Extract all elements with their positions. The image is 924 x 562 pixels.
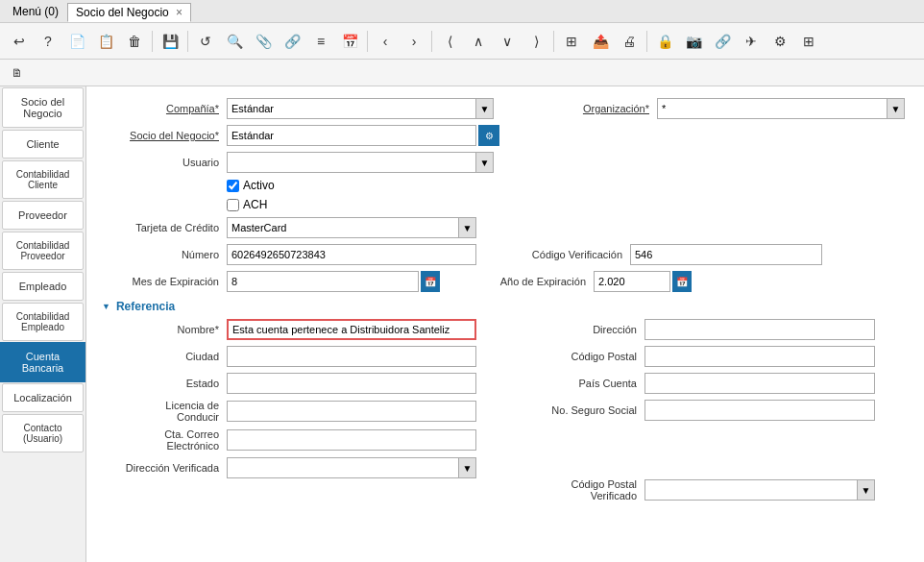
sidebar-item-localizacion[interactable]: Localización [2, 383, 84, 412]
codigo-ver-input[interactable] [630, 244, 822, 265]
socio-row: Socio del Negocio* ⚙ [102, 125, 909, 146]
numero-row: Número Código Verificación [102, 244, 909, 265]
refresh-btn[interactable]: ↺ [192, 28, 219, 55]
estado-input[interactable] [227, 373, 476, 394]
compania-input[interactable] [227, 98, 476, 119]
delete-btn[interactable]: 🗑 [121, 28, 148, 55]
attach-btn[interactable]: 📎 [250, 28, 277, 55]
first-btn[interactable]: ⟨ [436, 28, 463, 55]
report-btn[interactable]: ≡ [307, 28, 334, 55]
main-layout: Socio del Negocio Cliente Contabilidad C… [0, 86, 924, 562]
organizacion-input[interactable] [657, 98, 888, 119]
export-btn[interactable]: 📤 [587, 28, 614, 55]
prev-btn[interactable]: ‹ [372, 28, 399, 55]
share-btn[interactable]: 🔗 [709, 28, 736, 55]
socio-action-btn[interactable]: ⚙ [478, 125, 499, 146]
codigo-postal-ver-input[interactable] [644, 479, 858, 501]
ciudad-label: Ciudad [102, 351, 227, 362]
usuario-row: Usuario ▼ [102, 152, 909, 173]
direccion-input[interactable] [644, 319, 875, 340]
tarjeta-arrow[interactable]: ▼ [459, 217, 476, 238]
sidebar-item-cuenta-bancaria[interactable]: Cuenta Bancaria [0, 342, 85, 382]
lock-btn[interactable]: 🔒 [651, 28, 678, 55]
ach-checkbox[interactable] [227, 199, 239, 211]
toolbar: ↩ ? 📄 📋 🗑 💾 ↺ 🔍 📎 🔗 ≡ 📅 ‹ › ⟨ ∧ ∨ ⟩ ⊞ 📤 … [0, 23, 924, 60]
new-btn[interactable]: 📄 [63, 28, 90, 55]
licencia-row: Licencia de Conducir [102, 400, 491, 423]
direccion-label: Dirección [520, 324, 644, 335]
print-btn[interactable]: 🖨 [616, 28, 643, 55]
compania-dropdown: ▼ [227, 98, 494, 119]
cta-correo-input[interactable] [227, 429, 476, 451]
codigo-postal-ver-label: Código Postal Verificado [520, 478, 644, 501]
pais-input[interactable] [644, 373, 875, 394]
grid-btn[interactable]: ⊞ [558, 28, 585, 55]
settings-btn[interactable]: ⚙ [766, 28, 793, 55]
usuario-arrow[interactable]: ▼ [476, 152, 494, 173]
compania-label: Compañía* [102, 103, 227, 114]
dir-verificada-dropdown: ▼ [227, 457, 476, 478]
dir-verificada-input[interactable] [227, 457, 459, 478]
down-btn[interactable]: ∨ [494, 28, 521, 55]
dir-verificada-arrow[interactable]: ▼ [459, 457, 476, 478]
usuario-input[interactable] [227, 152, 476, 173]
col-right: Dirección Código Postal País Cuenta No. … [520, 319, 909, 507]
sidebar-item-contab-empleado[interactable]: Contabilidad Empleado [2, 303, 84, 341]
socio-input[interactable] [227, 125, 476, 146]
send-btn[interactable]: ✈ [738, 28, 765, 55]
back-btn[interactable]: ↩ [6, 28, 33, 55]
link-btn[interactable]: 🔗 [279, 28, 305, 55]
ciudad-row: Ciudad [102, 346, 491, 367]
apps-btn[interactable]: ⊞ [795, 28, 822, 55]
sidebar-item-contacto[interactable]: Contacto (Usuario) [2, 414, 84, 452]
mes-calendar-btn[interactable]: 📅 [421, 271, 440, 292]
codigo-postal-label: Código Postal [520, 351, 644, 362]
last-btn[interactable]: ⟩ [523, 28, 549, 55]
organizacion-arrow[interactable]: ▼ [888, 98, 905, 119]
socio-dropdown [227, 125, 476, 146]
activo-checkbox[interactable] [227, 180, 239, 192]
estado-label: Estado [102, 378, 227, 389]
nombre-row: Nombre* [102, 319, 491, 340]
ciudad-input[interactable] [227, 346, 476, 367]
sidebar-item-proveedor[interactable]: Proveedor [2, 201, 84, 230]
numero-input[interactable] [227, 244, 476, 265]
tab-close-icon[interactable]: × [176, 6, 182, 19]
anio-exp-input[interactable] [594, 271, 670, 292]
tarjeta-input[interactable] [227, 217, 459, 238]
save-btn[interactable]: 💾 [157, 28, 183, 55]
cta-correo-label: Cta. Correo Electrónico [102, 428, 227, 452]
anio-calendar-btn[interactable]: 📅 [672, 271, 692, 292]
socio-negocio-label: Socio del Negocio* [102, 130, 227, 141]
up-btn[interactable]: ∧ [465, 28, 492, 55]
codigo-postal-input[interactable] [644, 346, 875, 367]
sidebar-item-contab-cliente[interactable]: Contabilidad Cliente [2, 160, 84, 199]
help-btn[interactable]: ? [35, 28, 61, 55]
sidebar-item-socio-negocio[interactable]: Socio del Negocio [2, 87, 84, 128]
search-btn[interactable]: 🔍 [221, 28, 248, 55]
sidebar-item-contab-proveedor[interactable]: Contabilidad Proveedor [2, 232, 84, 270]
activo-row: Activo [227, 179, 909, 192]
camera-btn[interactable]: 📷 [680, 28, 707, 55]
toolbar-row2: 🗎 [0, 60, 924, 86]
menu-tab-socio[interactable]: Socio del Negocio × [67, 3, 191, 22]
sep4 [431, 31, 432, 52]
sidebar-item-empleado[interactable]: Empleado [2, 272, 84, 301]
sidebar-item-cliente[interactable]: Cliente [2, 130, 84, 159]
copy-btn[interactable]: 📋 [92, 28, 119, 55]
mes-exp-input[interactable] [227, 271, 419, 292]
direccion-row: Dirección [520, 319, 909, 340]
expand-btn[interactable]: 🗎 [6, 61, 29, 85]
next-btn[interactable]: › [401, 28, 427, 55]
calendar-btn[interactable]: 📅 [336, 28, 363, 55]
referencia-section: Nombre* Ciudad Estado Licencia de Conduc… [102, 319, 909, 507]
licencia-input[interactable] [227, 401, 476, 422]
activo-label: Activo [243, 179, 275, 192]
nombre-input[interactable] [227, 319, 476, 340]
seguro-input[interactable] [644, 400, 875, 421]
sep2 [187, 31, 188, 52]
menu-tab-0[interactable]: Menú (0) [4, 2, 67, 21]
compania-arrow[interactable]: ▼ [476, 98, 494, 119]
mes-exp-label: Mes de Expiración [102, 276, 227, 287]
codigo-postal-ver-arrow[interactable]: ▼ [858, 479, 875, 501]
